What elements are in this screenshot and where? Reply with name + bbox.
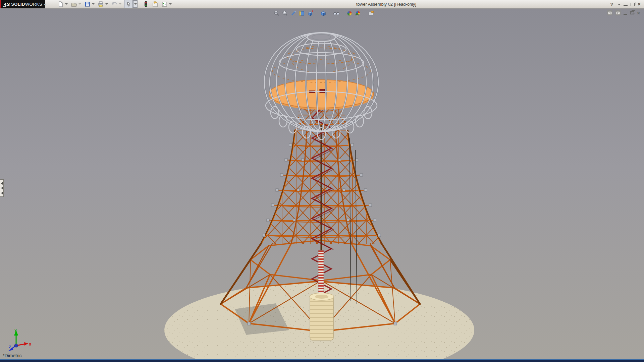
main-toolbar (57, 0, 174, 8)
save-button[interactable] (84, 1, 95, 7)
triad-z-label: Z (9, 345, 11, 349)
minimize-button[interactable] (624, 5, 628, 6)
window-title: tower Assembly 02 [Read-only] (356, 0, 416, 8)
display-style-icon (320, 10, 326, 16)
doc-close-button[interactable]: × (637, 10, 640, 15)
zoom-to-area-icon (282, 10, 288, 16)
save-floppy-icon (84, 1, 91, 7)
open-button[interactable] (70, 1, 81, 7)
collapse-arrow-icon (1, 192, 3, 194)
feature-manager-collapsed-tab[interactable] (0, 179, 4, 197)
zoom-to-area-button[interactable] (282, 10, 288, 17)
collapse-left-panel-button[interactable] (607, 10, 612, 15)
panel-right-arrow-icon (616, 11, 620, 15)
new-document-icon (57, 1, 64, 7)
solidworks-wordmark: SOLIDWORKS (11, 2, 42, 7)
undo-dropdown[interactable] (119, 3, 121, 5)
options-button[interactable] (161, 1, 172, 7)
view-settings-button[interactable] (368, 10, 374, 17)
taskbar-edge (0, 359, 644, 362)
triad-origin (14, 344, 18, 347)
restore-button[interactable] (631, 3, 635, 6)
tower-3d-model[interactable] (0, 9, 644, 359)
traffic-light-icon (142, 1, 149, 7)
menu-flyout-arrow[interactable]: ▸ (44, 2, 46, 6)
view-orientation-icon (307, 10, 313, 16)
apply-scene-button[interactable] (355, 10, 361, 17)
panel-left-arrow-icon (608, 11, 612, 15)
print-button[interactable] (97, 1, 108, 7)
view-settings-icon (368, 10, 374, 16)
zoom-to-fit-icon (274, 10, 280, 16)
section-view-icon (299, 10, 305, 16)
edit-appearance-button[interactable] (346, 10, 353, 17)
select-cursor-icon (125, 1, 132, 7)
doc-minimize-button[interactable] (624, 14, 627, 15)
print-icon (97, 1, 104, 7)
close-button[interactable]: × (638, 2, 641, 7)
print-dropdown[interactable] (105, 3, 108, 5)
scene-sphere-icon (355, 10, 361, 16)
undo-button[interactable] (111, 1, 121, 7)
headsup-view-toolbar (273, 10, 376, 17)
design-binder-icon (152, 1, 158, 7)
triad-y-label: Y (14, 329, 17, 333)
zoom-to-fit-button[interactable] (273, 10, 280, 17)
open-dropdown[interactable] (78, 3, 81, 5)
help-dropdown[interactable] (618, 4, 621, 5)
display-style-button[interactable] (320, 10, 327, 17)
select-dropdown[interactable] (133, 0, 138, 8)
view-simulation-button[interactable] (142, 1, 149, 7)
view-orientation-button[interactable] (307, 10, 314, 17)
options-checklist-icon (161, 1, 168, 7)
new-document-dropdown[interactable] (65, 3, 68, 5)
collapse-arrow-icon (1, 182, 3, 185)
previous-view-icon (290, 10, 297, 16)
dome-oculus (307, 33, 335, 42)
doc-restore-button[interactable] (630, 11, 634, 14)
options-dropdown[interactable] (169, 3, 172, 5)
open-folder-icon (70, 1, 77, 7)
base-coil (310, 250, 334, 340)
select-tool-button[interactable] (124, 0, 138, 8)
triad-x-label: X (29, 342, 32, 346)
reference-triad: Y X Z (5, 328, 34, 353)
select-pressed-state (124, 0, 133, 8)
save-dropdown[interactable] (92, 3, 95, 5)
eyeglasses-icon (333, 10, 340, 16)
title-bar: ƷS SOLIDWORKS ▸ (0, 0, 644, 8)
expand-right-panel-button[interactable] (615, 10, 621, 15)
logo-red-strip (0, 0, 1, 8)
taskbar-top-line (0, 359, 644, 360)
section-view-button[interactable] (299, 10, 305, 17)
undo-icon (111, 1, 117, 7)
graphics-viewport[interactable]: × Y X Z *Dimetric (0, 9, 644, 359)
new-document-button[interactable] (57, 1, 68, 7)
solidworks-window: ƷS SOLIDWORKS ▸ (0, 0, 644, 362)
help-button[interactable]: ? (610, 1, 613, 7)
appearance-sphere-icon (346, 10, 353, 16)
triad-x-arrow (24, 342, 28, 346)
platform-equipment (320, 89, 325, 93)
hide-show-items-button[interactable] (333, 10, 340, 17)
solidworks-3ds-glyph: ƷS (3, 1, 10, 7)
document-window-controls: × (607, 10, 640, 15)
solidworks-logo: ƷS SOLIDWORKS ▸ (0, 0, 45, 8)
titlebar-controls: ? × (610, 0, 641, 8)
collapse-arrow-icon (1, 187, 3, 189)
design-binder-button[interactable] (152, 1, 158, 7)
previous-view-button[interactable] (290, 10, 297, 17)
view-orientation-label: *Dimetric (3, 353, 22, 358)
